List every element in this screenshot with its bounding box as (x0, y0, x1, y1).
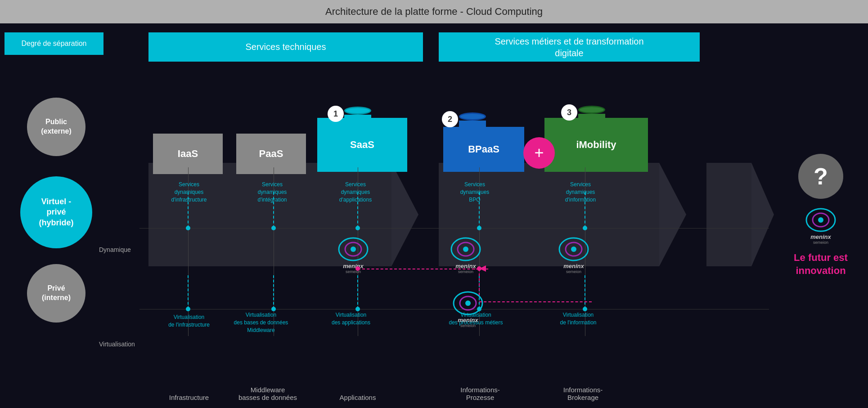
meninx-swirl-future (805, 208, 837, 233)
meninx-swirl-apps (337, 237, 369, 262)
circle-public: Public (externe) (27, 98, 85, 156)
dashed-pink-h (358, 269, 488, 269)
hline-1 (139, 228, 769, 229)
pink-arrow-svg (479, 265, 488, 272)
bpaas-box: BPaaS (443, 127, 524, 172)
virt-label-middleware: Virtualisation des bases de données Midd… (227, 311, 295, 334)
imobility-num-badge: 3 (561, 104, 577, 121)
imobility-cylinder (578, 106, 605, 127)
dashed-pink-h2 (479, 301, 592, 302)
circle-prive: Privé (interne) (27, 264, 85, 323)
dv-1 (188, 192, 189, 228)
dv-3 (357, 192, 358, 228)
svg-point-8 (571, 247, 576, 252)
dv-5 (585, 192, 585, 228)
svg-point-2 (351, 247, 356, 252)
meninx-swirl-bpo (450, 237, 481, 262)
bottom-middleware: Middleware basses de données (232, 386, 304, 401)
imobility-label: iMobility (576, 139, 616, 151)
services-metiers-label: Services métiers et de transformation di… (495, 36, 643, 59)
meninx-sub-info: semeion (566, 269, 581, 274)
saas-num-badge: 1 (328, 106, 344, 122)
bottom-informations-brokerage: Informations- Brokerage (548, 386, 618, 401)
label-dynamique: Dynamique (99, 246, 131, 253)
meninx-swirl-bpo-bottom (452, 291, 484, 316)
circle-virtuel-text: Virtuel - privé (hybride) (39, 197, 73, 228)
virt-label-apps: Virtualisation des applications (319, 311, 382, 327)
dv-v2 (273, 275, 274, 309)
dv-4 (479, 192, 480, 228)
virt-label-infra: Virtualisation de l'infrastructure (160, 314, 218, 329)
future-arrow (706, 163, 774, 266)
dv-v3 (357, 275, 358, 309)
label-virtualisation: Virtualisation (99, 341, 135, 348)
future-section: ? meninx semeion Le futur est innovation (774, 23, 868, 408)
svg-marker-9 (479, 265, 486, 272)
question-bubble: ? (798, 154, 843, 199)
meninx-sub-bpo: semeion (458, 269, 473, 274)
bottom-informations-prozesse: Informations- Prozesse (446, 386, 514, 401)
bottom-applications: Applications (326, 394, 389, 401)
saas-cylinder (344, 107, 371, 128)
dot-pink-left (355, 266, 360, 271)
circle-public-text: Public (externe) (41, 117, 72, 136)
bottom-infrastructure: Infrastructure (157, 394, 220, 401)
paas-box: PaaS (236, 134, 306, 174)
svg-point-12 (465, 300, 471, 306)
dyn-label-apps: Services dynamiques d'applications (326, 181, 385, 203)
meninx-logo-bpo-bottom: meninx semeion (452, 291, 484, 328)
bpaas-cylinder (459, 112, 486, 133)
svg-point-5 (463, 247, 468, 252)
virt-label-information: Virtualisation de l'information (547, 311, 610, 327)
dv-v1 (188, 275, 189, 309)
meninx-logo-future: meninx semeion (805, 208, 837, 245)
paas-label: PaaS (259, 148, 283, 160)
title-bar: Architecture de la platte forme - Cloud … (0, 0, 868, 23)
dv-2 (273, 192, 274, 228)
meninx-swirl-info (558, 237, 589, 262)
dyn-label-infra: Services dynamiques d'infrastructure (164, 181, 214, 203)
dv-v5 (585, 275, 585, 309)
meninx-name-info: meninx (563, 263, 584, 269)
dyn-label-integration: Services dynamiques d'intégration (245, 181, 299, 203)
services-tech-header: Services techniques (148, 32, 423, 62)
plus-circle: + (523, 137, 555, 169)
circle-virtuel: Virtuel - privé (hybride) (20, 176, 92, 248)
iaas-label: IaaS (178, 148, 198, 160)
left-column: Degré de séparation Public (externe) Vir… (0, 23, 139, 408)
future-text: Le futur est innovation (794, 251, 848, 277)
content-area: Services techniques Services métiers et … (139, 23, 868, 408)
services-metiers-header: Services métiers et de transformation di… (439, 32, 700, 62)
circle-prive-text: Privé (interne) (42, 284, 71, 303)
services-tech-label: Services techniques (246, 42, 326, 52)
dyn-label-bpo: Services dynamiques BPO (448, 181, 502, 203)
degree-header: Degré de séparation (4, 32, 103, 55)
bpaas-label: BPaaS (468, 143, 499, 155)
svg-point-15 (818, 217, 823, 223)
dyn-label-info: Services dynamiques d'information (551, 181, 610, 203)
saas-label: SaaS (350, 139, 374, 151)
degree-label: Degré de séparation (22, 40, 87, 48)
page-title: Architecture de la platte forme - Cloud … (325, 6, 543, 18)
bpaas-num-badge: 2 (442, 111, 458, 127)
big-arrow-left (148, 163, 418, 266)
main-container: Architecture de la platte forme - Cloud … (0, 0, 868, 408)
meninx-logo-info: meninx semeion (558, 237, 589, 274)
